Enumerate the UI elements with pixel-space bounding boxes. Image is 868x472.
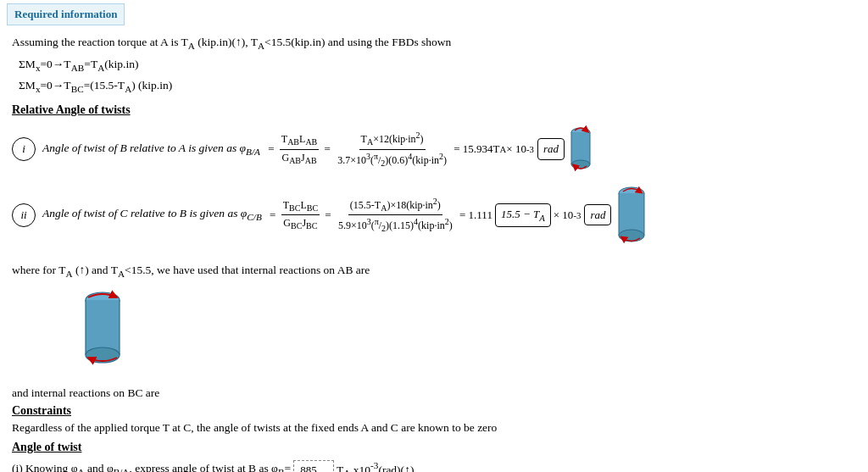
- regardless-text: Regardless of the applied torque T at C,…: [12, 419, 856, 436]
- cylinder-ab-figure: [80, 288, 856, 378]
- cylinder-ii: [616, 183, 647, 247]
- phi-row-suffix: TA x10-3(rad)(↑): [337, 458, 414, 472]
- assumption-text: Assuming the reaction torque at A is TA …: [12, 34, 856, 53]
- required-info-label: Required information: [7, 3, 125, 25]
- svg-rect-1: [571, 132, 590, 164]
- angle-of-twist-title: Angle of twist: [12, 438, 856, 456]
- row-ii-equation: = TBCLBC GBCJBC = (15.5-TA)×18(kip·in2) …: [267, 195, 612, 236]
- row-i-equation: = TABLAB GABJAB = TA×12(kip·in2) 3.7×103…: [265, 129, 565, 169]
- svg-point-9: [619, 230, 644, 242]
- cylinder-i: [570, 124, 592, 175]
- phi-b-input[interactable]: [298, 464, 330, 472]
- constraints-title: Constraints: [12, 402, 856, 419]
- relative-angle-title: Relative Angle of twists: [12, 101, 856, 119]
- and-internal-text: and internal reactions on BC are: [12, 385, 856, 402]
- row-i-label: i: [12, 137, 36, 161]
- sum-eq-2: ΣMx=0→TBC=(15.5-TA) (kip.in): [19, 77, 856, 97]
- row-ii-label: ii: [12, 203, 36, 227]
- main-content: Assuming the reaction torque at A is TA …: [0, 29, 868, 473]
- phi-input-container: [293, 460, 334, 472]
- svg-rect-11: [86, 300, 120, 355]
- angle-row-ii: ii Angle of twist of C relative to B is …: [12, 183, 856, 247]
- row-i-text: Angle of twist of B relative to A is giv…: [42, 140, 260, 159]
- where-section: where for TA (↑) and TA<15.5, we have us…: [12, 255, 856, 402]
- where-text: where for TA (↑) and TA<15.5, we have us…: [12, 262, 856, 281]
- phi-b-row: (i) Knowing φA and φB/A, express angle o…: [12, 458, 856, 472]
- angle-row-i: i Angle of twist of B relative to A is g…: [12, 124, 856, 175]
- phi-row-text: (i) Knowing φA and φB/A, express angle o…: [12, 460, 291, 472]
- required-info-banner: Required information: [0, 0, 868, 29]
- sum-eq-1: ΣMx=0→TAB=TA(kip.in): [19, 56, 856, 75]
- svg-point-4: [571, 160, 590, 169]
- row-ii-text: Angle of twist of C relative to B is giv…: [42, 205, 262, 225]
